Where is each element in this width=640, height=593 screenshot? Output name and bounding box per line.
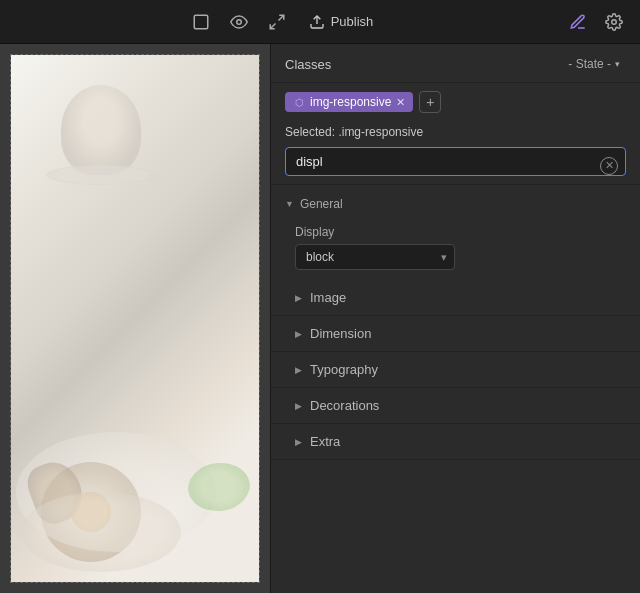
panel-header: Classes - State - ▾ bbox=[271, 44, 640, 83]
search-container: ✕ bbox=[271, 147, 640, 184]
extra-section: ▶ Extra bbox=[271, 424, 640, 460]
decorations-arrow-icon: ▶ bbox=[295, 401, 302, 411]
pen-icon[interactable] bbox=[564, 8, 592, 36]
dimension-section: ▶ Dimension bbox=[271, 316, 640, 352]
publish-button[interactable]: Publish bbox=[301, 10, 382, 34]
canvas-image bbox=[11, 55, 259, 582]
chevron-down-icon: ▾ bbox=[615, 59, 620, 69]
extra-arrow-icon: ▶ bbox=[295, 437, 302, 447]
extra-section-label: Extra bbox=[310, 434, 340, 449]
dimension-section-label: Dimension bbox=[310, 326, 371, 341]
toolbar-right-icons bbox=[564, 8, 628, 36]
display-field-group: Display block inline flex grid none inli… bbox=[271, 219, 640, 280]
image-section-label: Image bbox=[310, 290, 346, 305]
canvas-border bbox=[10, 54, 260, 583]
decorations-section: ▶ Decorations bbox=[271, 388, 640, 424]
display-select[interactable]: block inline flex grid none inline-block bbox=[295, 244, 455, 270]
display-select-wrapper: block inline flex grid none inline-block bbox=[295, 244, 455, 270]
class-tag-icon: ⬡ bbox=[293, 96, 305, 108]
add-class-button[interactable]: + bbox=[419, 91, 441, 113]
selected-value: .img-responsive bbox=[338, 125, 423, 139]
dimension-arrow-icon: ▶ bbox=[295, 329, 302, 339]
typography-arrow-icon: ▶ bbox=[295, 365, 302, 375]
extra-section-header[interactable]: ▶ Extra bbox=[271, 424, 640, 459]
svg-line-2 bbox=[278, 15, 283, 20]
search-input[interactable] bbox=[285, 147, 626, 176]
svg-line-3 bbox=[270, 23, 275, 28]
gear-icon[interactable] bbox=[600, 8, 628, 36]
selected-prefix: Selected: bbox=[285, 125, 338, 139]
square-icon[interactable] bbox=[187, 8, 215, 36]
image-section-header[interactable]: ▶ Image bbox=[271, 280, 640, 315]
class-tag-img-responsive[interactable]: ⬡ img-responsive ✕ bbox=[285, 92, 413, 112]
eye-icon[interactable] bbox=[225, 8, 253, 36]
class-tag-remove[interactable]: ✕ bbox=[396, 96, 405, 109]
image-arrow-icon: ▶ bbox=[295, 293, 302, 303]
image-section: ▶ Image bbox=[271, 280, 640, 316]
state-dropdown[interactable]: - State - ▾ bbox=[562, 54, 626, 74]
decorations-section-label: Decorations bbox=[310, 398, 379, 413]
svg-point-1 bbox=[236, 19, 241, 24]
publish-label: Publish bbox=[331, 14, 374, 29]
general-arrow-icon: ▼ bbox=[285, 199, 294, 209]
selected-info: Selected: .img-responsive bbox=[271, 121, 640, 147]
class-tag-label: img-responsive bbox=[310, 95, 391, 109]
general-section-header[interactable]: ▼ General bbox=[271, 189, 640, 219]
toolbar-center-icons: Publish bbox=[12, 8, 556, 36]
typography-section-header[interactable]: ▶ Typography bbox=[271, 352, 640, 387]
classes-label: Classes bbox=[285, 57, 331, 72]
expand-icon[interactable] bbox=[263, 8, 291, 36]
typography-section: ▶ Typography bbox=[271, 352, 640, 388]
toolbar: Publish bbox=[0, 0, 640, 44]
decorations-section-header[interactable]: ▶ Decorations bbox=[271, 388, 640, 423]
svg-rect-0 bbox=[194, 15, 208, 29]
general-label: General bbox=[300, 197, 343, 211]
right-panel: Classes - State - ▾ ⬡ img-responsive ✕ +… bbox=[270, 44, 640, 593]
typography-section-label: Typography bbox=[310, 362, 378, 377]
state-label: - State - bbox=[568, 57, 611, 71]
canvas-area bbox=[0, 44, 270, 593]
svg-point-5 bbox=[612, 19, 617, 24]
display-label: Display bbox=[295, 225, 626, 239]
main-layout: Classes - State - ▾ ⬡ img-responsive ✕ +… bbox=[0, 44, 640, 593]
class-tags-area: ⬡ img-responsive ✕ + bbox=[271, 83, 640, 121]
section-divider bbox=[271, 184, 640, 185]
dimension-section-header[interactable]: ▶ Dimension bbox=[271, 316, 640, 351]
search-clear-button[interactable]: ✕ bbox=[600, 157, 618, 175]
